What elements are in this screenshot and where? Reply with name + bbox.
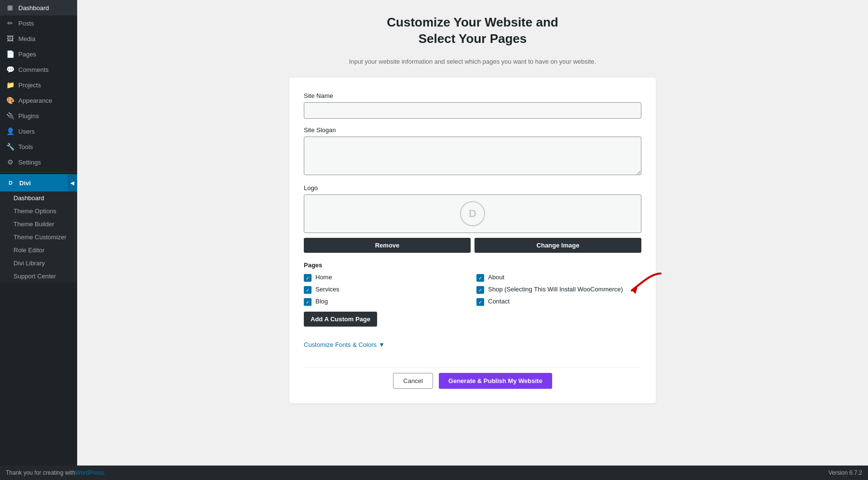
divi-submenu-theme-builder[interactable]: Theme Builder xyxy=(0,218,77,231)
pages-grid: ✓ Home ✓ About xyxy=(304,274,641,306)
page-check-contact: ✓ Contact xyxy=(476,298,641,306)
dashboard-icon: ⊞ xyxy=(6,4,14,12)
sidebar-item-tools[interactable]: 🔧 Tools xyxy=(0,139,77,154)
comments-icon: 💬 xyxy=(6,66,14,73)
logo-group: Logo D Remove Change Image xyxy=(304,184,641,253)
customize-fonts-row: Customize Fonts & Colors ▼ xyxy=(304,341,641,358)
change-image-button[interactable]: Change Image xyxy=(475,238,641,253)
divi-submenu-role-editor[interactable]: Role Editor xyxy=(0,244,77,257)
sidebar-item-plugins[interactable]: 🔌 Plugins xyxy=(0,108,77,123)
logo-label: Logo xyxy=(304,184,641,192)
divi-submenu-theme-customizer[interactable]: Theme Customizer xyxy=(0,231,77,244)
site-slogan-group: Site Slogan xyxy=(304,126,641,177)
setup-card: Site Name Site Slogan Logo D Remove Chan… xyxy=(289,78,656,403)
arrow-annotation xyxy=(627,269,665,299)
sidebar-item-users[interactable]: 👤 Users xyxy=(0,123,77,139)
plugins-icon: 🔌 xyxy=(6,112,14,120)
sidebar-item-settings[interactable]: ⚙ Settings xyxy=(0,154,77,170)
divi-submenu-support-center[interactable]: Support Center xyxy=(0,270,77,283)
page-check-home: ✓ Home xyxy=(304,274,469,282)
logo-placeholder: D xyxy=(460,201,485,226)
sidebar-item-projects[interactable]: 📁 Projects xyxy=(0,77,77,93)
logo-button-row: Remove Change Image xyxy=(304,238,641,253)
shop-check-icon: ✓ xyxy=(476,286,484,294)
page-title: Customize Your Website and Select Your P… xyxy=(87,14,858,47)
media-icon: 🖼 xyxy=(6,35,14,42)
sidebar-item-dashboard[interactable]: ⊞ Dashboard xyxy=(0,0,77,15)
cancel-button[interactable]: Cancel xyxy=(393,373,433,389)
appearance-icon: 🎨 xyxy=(6,96,14,104)
page-check-services: ✓ Services xyxy=(304,286,469,294)
settings-icon: ⚙ xyxy=(6,158,14,166)
divi-menu-arrow: ◀ xyxy=(68,174,77,192)
site-name-label: Site Name xyxy=(304,92,641,99)
services-check-icon: ✓ xyxy=(304,286,312,294)
footer-bar: Thank you for creating with WordPress. V… xyxy=(0,466,868,480)
tools-icon: 🔧 xyxy=(6,143,14,151)
posts-icon: ✏ xyxy=(6,19,14,27)
customize-fonts-link[interactable]: Customize Fonts & Colors ▼ xyxy=(304,341,385,348)
pages-grid-wrapper: ✓ Home ✓ About xyxy=(304,274,641,306)
sidebar: ⊞ Dashboard ✏ Posts 🖼 Media 📄 Pages 💬 Co… xyxy=(0,0,77,480)
footer-thanks-text: Thank you for creating with xyxy=(6,469,75,476)
users-icon: 👤 xyxy=(6,127,14,135)
site-slogan-input[interactable] xyxy=(304,137,641,175)
pages-group: Pages ✓ Home ✓ About xyxy=(304,261,641,333)
home-check-icon: ✓ xyxy=(304,274,312,282)
blog-check-icon: ✓ xyxy=(304,298,312,306)
projects-icon: 📁 xyxy=(6,81,14,89)
page-heading: Customize Your Website and Select Your P… xyxy=(87,14,858,47)
pages-section-label: Pages xyxy=(304,261,641,269)
version-text: Version 6.7.2 xyxy=(828,469,862,476)
divi-submenu-divi-library[interactable]: Divi Library xyxy=(0,257,77,270)
contact-check-icon: ✓ xyxy=(476,298,484,306)
page-check-about: ✓ About xyxy=(476,274,641,282)
page-check-blog: ✓ Blog xyxy=(304,298,469,306)
remove-logo-button[interactable]: Remove xyxy=(304,238,471,253)
divi-submenu-theme-options[interactable]: Theme Options xyxy=(0,205,77,218)
site-name-input[interactable] xyxy=(304,102,641,119)
divi-logo-icon: D xyxy=(6,178,15,188)
sidebar-item-posts[interactable]: ✏ Posts xyxy=(0,15,77,31)
logo-area: D xyxy=(304,194,641,233)
divi-submenu-dashboard[interactable]: Dashboard xyxy=(0,192,77,205)
sidebar-item-pages[interactable]: 📄 Pages xyxy=(0,46,77,62)
page-subtitle: Input your website information and selec… xyxy=(87,57,858,67)
sidebar-item-media[interactable]: 🖼 Media xyxy=(0,31,77,46)
sidebar-item-divi[interactable]: D Divi ◀ xyxy=(0,174,77,192)
bottom-actions: Cancel Generate & Publish My Website xyxy=(304,368,641,389)
sidebar-divider xyxy=(0,172,77,172)
sidebar-item-comments[interactable]: 💬 Comments xyxy=(0,62,77,77)
publish-button[interactable]: Generate & Publish My Website xyxy=(439,373,552,389)
divi-submenu: Dashboard Theme Options Theme Builder Th… xyxy=(0,192,77,283)
site-name-group: Site Name xyxy=(304,92,641,119)
about-check-icon: ✓ xyxy=(476,274,484,282)
sidebar-item-appearance[interactable]: 🎨 Appearance xyxy=(0,93,77,108)
site-slogan-label: Site Slogan xyxy=(304,126,641,134)
page-check-shop: ✓ Shop (Selecting This Will Install WooC… xyxy=(476,286,641,294)
main-content: Customize Your Website and Select Your P… xyxy=(77,0,868,480)
wordpress-link[interactable]: WordPress. xyxy=(75,469,105,476)
add-custom-page-button[interactable]: Add A Custom Page xyxy=(304,312,377,327)
pages-icon: 📄 xyxy=(6,50,14,58)
